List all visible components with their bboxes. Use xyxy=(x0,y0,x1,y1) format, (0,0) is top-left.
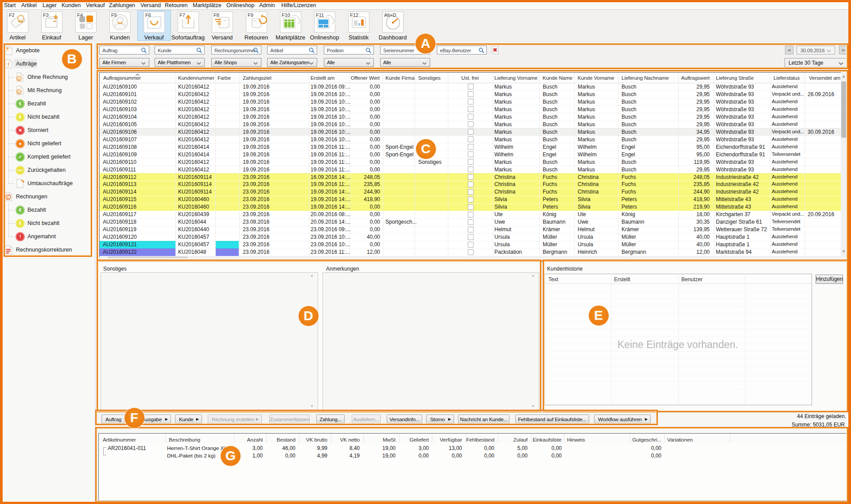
svg-text:€: € xyxy=(18,77,20,81)
svg-text:!: ! xyxy=(8,62,9,68)
svg-text:€: € xyxy=(18,90,20,94)
svg-text:€: € xyxy=(7,195,10,200)
